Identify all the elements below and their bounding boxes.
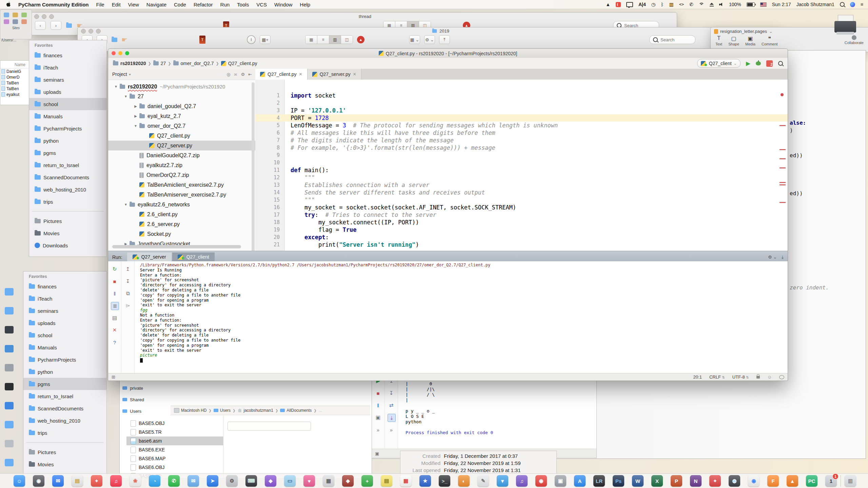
sidebar-item-iTeach[interactable]: iTeach [23, 292, 106, 305]
dock-icon-app-13[interactable]: ⌨ [245, 475, 257, 487]
dock-icon-app-3[interactable]: ✉ [52, 475, 64, 487]
breadcrumb-rs20192020[interactable]: rs20192020 [113, 61, 146, 66]
desktop-file-icon[interactable] [5, 459, 14, 466]
dock-icon-finder[interactable]: ☺ [14, 475, 25, 487]
dock-icon-app-4[interactable]: ▤ [72, 475, 83, 487]
action-menu-button[interactable]: ⚙ ⌄ [424, 35, 435, 44]
code-line-8[interactable]: 8# For example, '{:0>3}'.format(str(len(… [255, 144, 788, 151]
hide-panel-icon[interactable]: ⤓ [782, 255, 784, 260]
code-line-9[interactable]: 9 [255, 151, 788, 159]
tree-item-rs20192020[interactable]: ▼rs20192020~/PycharmProjects/rs201920 [108, 82, 251, 92]
collapse-all-icon[interactable]: ≍ [234, 72, 238, 77]
menu-edit[interactable]: Edit [112, 2, 121, 7]
desktop-file-icon[interactable] [5, 345, 14, 352]
dock-icon-excel[interactable]: X [651, 475, 663, 487]
inspections-icon[interactable]: ☺ [767, 374, 772, 380]
chevron-down-icon[interactable]: ⌄ [769, 29, 773, 34]
stop-icon[interactable]: ■ [111, 278, 118, 285]
down-icon[interactable]: ↧ [388, 389, 395, 397]
settings-icon[interactable]: ⚙ [241, 72, 245, 77]
wifi-icon[interactable] [699, 2, 704, 6]
restore-layout-icon[interactable]: ⧉ [124, 290, 132, 297]
error-stripe-mark[interactable] [780, 182, 786, 183]
code-line-2[interactable]: 2 [255, 99, 788, 107]
sidebar-item-seminars[interactable]: seminars [23, 305, 106, 317]
pages-tool-comment[interactable]: ❝Comment [762, 35, 778, 46]
dock-icon-app-12[interactable]: ⚙ [226, 475, 238, 487]
editor-tab-Q27_server.py[interactable]: Q27_server.py✕ [308, 69, 361, 80]
editor[interactable]: 1import socket23IP = '127.0.0.1'4PORT = … [255, 80, 788, 251]
close-tab-icon[interactable]: ✕ [299, 72, 302, 77]
dock-icon-app-26[interactable]: ▼ [497, 475, 508, 487]
notifications-icon[interactable] [779, 375, 784, 379]
more-icon[interactable]: » [388, 426, 395, 433]
file-row-BASE6.MAP[interactable]: BASE6.MAP [126, 454, 223, 463]
zoom-button[interactable] [96, 29, 101, 34]
dock-icon-vlc[interactable]: ▲ [787, 475, 798, 487]
pin-icon[interactable]: ⌲ [124, 302, 132, 309]
dock-icon-app-16[interactable]: ♥ [303, 475, 315, 487]
menu-refactor[interactable]: Refactor [194, 2, 213, 7]
tree-item-Socket.py[interactable]: Socket.py [108, 229, 251, 239]
menu-run[interactable]: Run [220, 2, 230, 7]
error-stripe-mark[interactable] [780, 167, 786, 168]
dock-icon-app-2[interactable]: ◉ [33, 475, 44, 487]
list-item[interactable]: eyalkut [0, 92, 30, 97]
dock-icon-app-28[interactable]: ◉ [535, 475, 547, 487]
more-icon[interactable]: » [374, 426, 382, 433]
dock-icon-app-24[interactable]: ◐ [458, 475, 470, 487]
new-folder-button[interactable]: ▦+ [260, 35, 271, 44]
dock-icon-app-15[interactable]: ▭ [284, 475, 296, 487]
sidebar-item-finances[interactable]: finances [23, 280, 106, 292]
sidebar-item-PycharmProjects[interactable]: PycharmProjects [23, 353, 106, 366]
soft-wrap-icon[interactable]: ≣ [111, 302, 119, 310]
desktop-file-icon[interactable] [5, 383, 14, 390]
dock-icon-calendar[interactable]: ▦ [400, 475, 412, 487]
tree-item-Q27_client.py[interactable]: Q27_client.py [108, 131, 251, 141]
forward-button[interactable]: › [51, 21, 61, 30]
menu-code[interactable]: Code [174, 2, 186, 7]
error-stripe-mark[interactable] [780, 202, 786, 203]
sidebar-item-ScannedDocuments[interactable]: ScannedDocuments [23, 402, 106, 414]
dock-icon-app-22[interactable]: ★ [419, 475, 431, 487]
console-icon[interactable]: ▣ [374, 414, 382, 421]
dock-icon-notes[interactable]: ▤ [381, 475, 392, 487]
close-button[interactable] [81, 29, 86, 34]
pages-tool-shape[interactable]: ▢Shape [728, 35, 739, 46]
dock-icon-onenote[interactable]: N [690, 475, 702, 487]
sidebar-item-movies[interactable]: Movies [23, 458, 106, 470]
dock-icon-app-27[interactable]: ♫ [516, 475, 528, 487]
expander-open-icon[interactable]: ▼ [133, 124, 138, 128]
expander-closed-icon[interactable]: ▶ [133, 104, 138, 108]
sidebar-item-downloads[interactable]: Downloads [29, 239, 106, 251]
code-line-20[interactable]: 20 except: [255, 233, 788, 241]
list-item[interactable]: TalBen [0, 86, 30, 92]
run-console-output[interactable]: /Library/Frameworks/Python.framework/Ver… [140, 263, 786, 373]
sidebar-item-movies[interactable]: Movies [29, 227, 106, 239]
path-segment-Macintosh HD[interactable]: Macintosh HD [174, 408, 206, 413]
expander-open-icon[interactable]: ▼ [114, 85, 118, 88]
tree-item-daniel_goudel_Q2.7[interactable]: ▶daniel_goudel_Q2.7 [108, 101, 251, 111]
back-button[interactable]: ‹ [35, 21, 46, 30]
dock-icon-app-38[interactable]: ◍ [729, 475, 740, 487]
rocket-icon[interactable]: ▲ [357, 36, 364, 43]
code-line-17[interactable]: 17 try: # Tries to connect to the server [255, 211, 788, 219]
sidebar-item-PycharmProjects[interactable]: PycharmProjects [29, 122, 106, 135]
breadcrumb-27[interactable]: 27 [153, 61, 166, 66]
code-line-12[interactable]: 12 """ [255, 174, 788, 181]
path-segment-AllDocuments[interactable]: AllDocuments [280, 408, 312, 413]
spotlight-icon[interactable] [840, 2, 845, 7]
desktop-file-icon[interactable] [5, 326, 14, 333]
user-menu[interactable]: Jacob Shutzman1 [796, 2, 834, 7]
stop-icon[interactable]: ■ [374, 389, 382, 397]
restore-layout-icon[interactable]: ▣ [375, 451, 379, 456]
pages-tool-text[interactable]: TText [715, 35, 722, 46]
sidebar-item-Manuals[interactable]: Manuals [29, 110, 106, 122]
sidebar-item-pgms[interactable]: pgms [29, 147, 106, 159]
list-item[interactable]: DanielG [0, 68, 30, 74]
menu-view[interactable]: View [128, 2, 139, 7]
sidebar-item-school[interactable]: school [23, 329, 106, 341]
status-red-app-icon[interactable] [616, 2, 621, 7]
sidebar-item-return_to_Israel[interactable]: return_to_Israel [23, 390, 106, 402]
tree-item-eyalkutz2.6_networks[interactable]: ▼eyalkutz2.6_networks [108, 200, 251, 209]
